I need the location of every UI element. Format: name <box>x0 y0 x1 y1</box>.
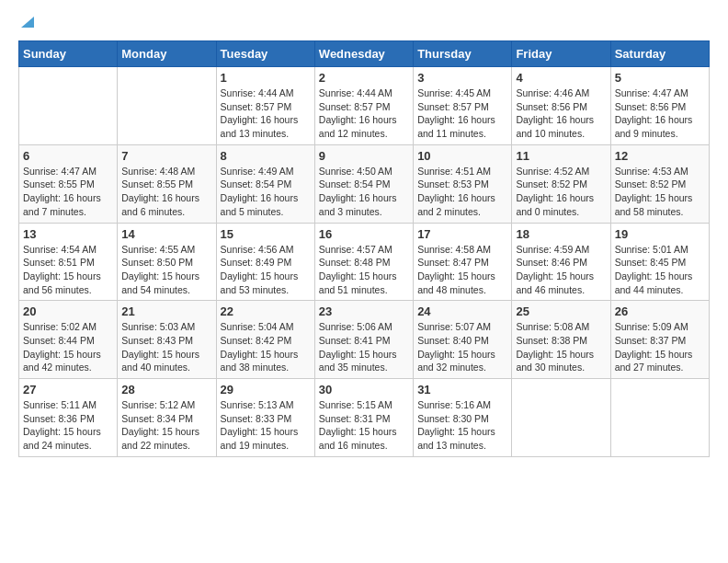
day-info: Sunrise: 4:51 AM Sunset: 8:53 PM Dayligh… <box>417 165 507 219</box>
weekday-header-sunday: Sunday <box>19 41 118 67</box>
calendar-cell: 9Sunrise: 4:50 AM Sunset: 8:54 PM Daylig… <box>314 144 413 223</box>
calendar-cell: 1Sunrise: 4:44 AM Sunset: 8:57 PM Daylig… <box>216 67 314 145</box>
day-number: 10 <box>417 149 507 163</box>
day-number: 18 <box>516 227 606 241</box>
day-info: Sunrise: 5:02 AM Sunset: 8:44 PM Dayligh… <box>23 320 113 374</box>
day-number: 20 <box>23 304 113 318</box>
day-info: Sunrise: 4:45 AM Sunset: 8:57 PM Dayligh… <box>417 86 507 141</box>
day-info: Sunrise: 5:13 AM Sunset: 8:33 PM Dayligh… <box>221 398 311 453</box>
day-info: Sunrise: 4:59 AM Sunset: 8:46 PM Dayligh… <box>516 243 606 297</box>
day-number: 30 <box>319 383 409 396</box>
calendar-cell: 29Sunrise: 5:13 AM Sunset: 8:33 PM Dayli… <box>216 379 314 457</box>
logo <box>18 18 36 31</box>
day-info: Sunrise: 4:47 AM Sunset: 8:56 PM Dayligh… <box>615 86 705 141</box>
weekday-header-row: SundayMondayTuesdayWednesdayThursdayFrid… <box>19 41 710 67</box>
day-number: 25 <box>516 304 606 318</box>
day-info: Sunrise: 4:52 AM Sunset: 8:52 PM Dayligh… <box>516 165 606 219</box>
calendar-cell: 31Sunrise: 5:16 AM Sunset: 8:30 PM Dayli… <box>414 379 512 457</box>
calendar-cell <box>118 67 216 145</box>
calendar-cell: 4Sunrise: 4:46 AM Sunset: 8:56 PM Daylig… <box>512 67 610 145</box>
calendar-header: SundayMondayTuesdayWednesdayThursdayFrid… <box>19 41 710 67</box>
day-number: 11 <box>516 149 606 163</box>
calendar-cell: 22Sunrise: 5:04 AM Sunset: 8:42 PM Dayli… <box>216 301 314 379</box>
calendar-cell: 6Sunrise: 4:47 AM Sunset: 8:55 PM Daylig… <box>19 144 118 223</box>
day-number: 19 <box>615 227 705 241</box>
calendar-week-row: 1Sunrise: 4:44 AM Sunset: 8:57 PM Daylig… <box>19 67 710 145</box>
day-number: 9 <box>319 149 409 163</box>
calendar-cell: 11Sunrise: 4:52 AM Sunset: 8:52 PM Dayli… <box>512 144 610 223</box>
calendar-week-row: 13Sunrise: 4:54 AM Sunset: 8:51 PM Dayli… <box>19 223 710 301</box>
day-info: Sunrise: 5:11 AM Sunset: 8:36 PM Dayligh… <box>23 398 113 453</box>
calendar-cell: 10Sunrise: 4:51 AM Sunset: 8:53 PM Dayli… <box>414 144 512 223</box>
day-number: 23 <box>319 304 409 318</box>
page-header <box>18 18 710 31</box>
calendar-week-row: 27Sunrise: 5:11 AM Sunset: 8:36 PM Dayli… <box>19 379 710 457</box>
day-info: Sunrise: 5:03 AM Sunset: 8:43 PM Dayligh… <box>121 320 211 374</box>
day-number: 27 <box>23 383 113 396</box>
calendar-cell: 2Sunrise: 4:44 AM Sunset: 8:57 PM Daylig… <box>314 67 413 145</box>
day-number: 6 <box>23 149 113 163</box>
calendar-cell: 23Sunrise: 5:06 AM Sunset: 8:41 PM Dayli… <box>314 301 413 379</box>
weekday-header-saturday: Saturday <box>610 41 709 67</box>
day-info: Sunrise: 4:48 AM Sunset: 8:55 PM Dayligh… <box>121 165 211 219</box>
day-info: Sunrise: 4:53 AM Sunset: 8:52 PM Dayligh… <box>615 165 705 219</box>
day-info: Sunrise: 5:07 AM Sunset: 8:40 PM Dayligh… <box>417 320 507 374</box>
day-number: 3 <box>417 71 507 85</box>
weekday-header-tuesday: Tuesday <box>216 41 314 67</box>
day-info: Sunrise: 5:08 AM Sunset: 8:38 PM Dayligh… <box>516 320 606 374</box>
calendar-cell: 12Sunrise: 4:53 AM Sunset: 8:52 PM Dayli… <box>610 144 709 223</box>
day-number: 5 <box>615 71 705 85</box>
calendar-cell: 18Sunrise: 4:59 AM Sunset: 8:46 PM Dayli… <box>512 223 610 301</box>
day-number: 29 <box>221 383 311 396</box>
calendar-cell: 24Sunrise: 5:07 AM Sunset: 8:40 PM Dayli… <box>414 301 512 379</box>
day-info: Sunrise: 5:06 AM Sunset: 8:41 PM Dayligh… <box>319 320 409 374</box>
calendar-cell: 15Sunrise: 4:56 AM Sunset: 8:49 PM Dayli… <box>216 223 314 301</box>
day-number: 21 <box>121 304 211 318</box>
calendar-cell: 7Sunrise: 4:48 AM Sunset: 8:55 PM Daylig… <box>118 144 216 223</box>
calendar-week-row: 6Sunrise: 4:47 AM Sunset: 8:55 PM Daylig… <box>19 144 710 223</box>
day-info: Sunrise: 4:44 AM Sunset: 8:57 PM Dayligh… <box>221 86 311 141</box>
calendar-cell: 5Sunrise: 4:47 AM Sunset: 8:56 PM Daylig… <box>610 67 709 145</box>
day-info: Sunrise: 4:57 AM Sunset: 8:48 PM Dayligh… <box>319 243 409 297</box>
day-number: 26 <box>615 304 705 318</box>
calendar-cell: 16Sunrise: 4:57 AM Sunset: 8:48 PM Dayli… <box>314 223 413 301</box>
day-info: Sunrise: 4:50 AM Sunset: 8:54 PM Dayligh… <box>319 165 409 219</box>
day-info: Sunrise: 4:47 AM Sunset: 8:55 PM Dayligh… <box>23 165 113 219</box>
calendar-cell <box>610 379 709 457</box>
calendar-body: 1Sunrise: 4:44 AM Sunset: 8:57 PM Daylig… <box>19 67 710 457</box>
calendar-cell: 30Sunrise: 5:15 AM Sunset: 8:31 PM Dayli… <box>314 379 413 457</box>
day-info: Sunrise: 4:49 AM Sunset: 8:54 PM Dayligh… <box>221 165 311 219</box>
calendar-week-row: 20Sunrise: 5:02 AM Sunset: 8:44 PM Dayli… <box>19 301 710 379</box>
weekday-header-friday: Friday <box>512 41 610 67</box>
day-info: Sunrise: 4:54 AM Sunset: 8:51 PM Dayligh… <box>23 243 113 297</box>
calendar-cell: 26Sunrise: 5:09 AM Sunset: 8:37 PM Dayli… <box>610 301 709 379</box>
day-number: 22 <box>221 304 311 318</box>
day-info: Sunrise: 5:09 AM Sunset: 8:37 PM Dayligh… <box>615 320 705 374</box>
calendar-cell: 17Sunrise: 4:58 AM Sunset: 8:47 PM Dayli… <box>414 223 512 301</box>
day-info: Sunrise: 4:56 AM Sunset: 8:49 PM Dayligh… <box>221 243 311 297</box>
day-number: 16 <box>319 227 409 241</box>
day-info: Sunrise: 5:01 AM Sunset: 8:45 PM Dayligh… <box>615 243 705 297</box>
calendar-cell: 13Sunrise: 4:54 AM Sunset: 8:51 PM Dayli… <box>19 223 118 301</box>
day-number: 15 <box>221 227 311 241</box>
calendar-cell <box>512 379 610 457</box>
calendar-cell: 20Sunrise: 5:02 AM Sunset: 8:44 PM Dayli… <box>19 301 118 379</box>
day-number: 4 <box>516 71 606 85</box>
logo-triangle-icon <box>19 15 36 31</box>
day-number: 1 <box>221 71 311 85</box>
day-number: 8 <box>221 149 311 163</box>
day-number: 2 <box>319 71 409 85</box>
day-number: 13 <box>23 227 113 241</box>
day-number: 12 <box>615 149 705 163</box>
calendar-cell <box>19 67 118 145</box>
calendar-table: SundayMondayTuesdayWednesdayThursdayFrid… <box>18 40 710 457</box>
calendar-cell: 28Sunrise: 5:12 AM Sunset: 8:34 PM Dayli… <box>118 379 216 457</box>
calendar-cell: 19Sunrise: 5:01 AM Sunset: 8:45 PM Dayli… <box>610 223 709 301</box>
day-info: Sunrise: 4:46 AM Sunset: 8:56 PM Dayligh… <box>516 86 606 141</box>
day-info: Sunrise: 4:44 AM Sunset: 8:57 PM Dayligh… <box>319 86 409 141</box>
calendar-cell: 3Sunrise: 4:45 AM Sunset: 8:57 PM Daylig… <box>414 67 512 145</box>
calendar-cell: 14Sunrise: 4:55 AM Sunset: 8:50 PM Dayli… <box>118 223 216 301</box>
day-number: 24 <box>417 304 507 318</box>
day-info: Sunrise: 4:55 AM Sunset: 8:50 PM Dayligh… <box>121 243 211 297</box>
calendar-cell: 21Sunrise: 5:03 AM Sunset: 8:43 PM Dayli… <box>118 301 216 379</box>
